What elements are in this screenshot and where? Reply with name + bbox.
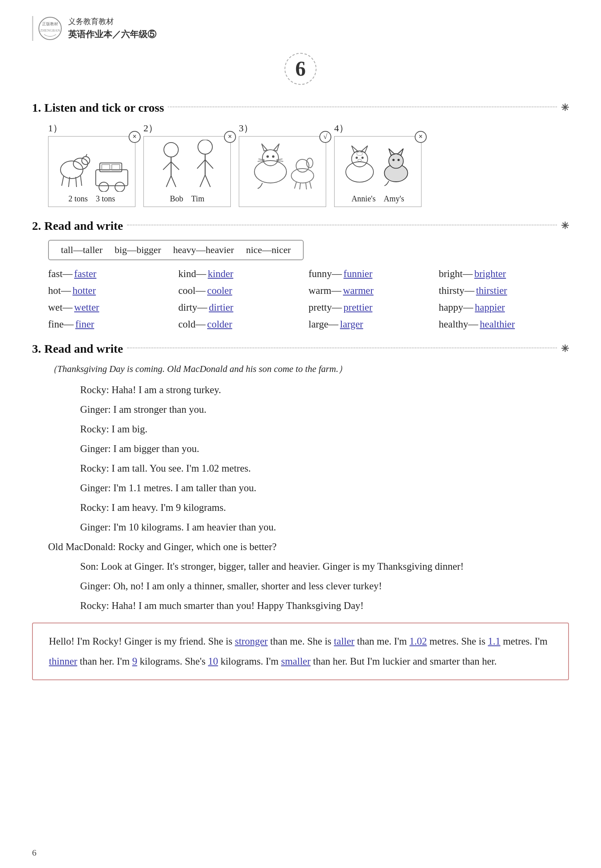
svg-line-43: [300, 183, 300, 189]
word-answer-9: dirtier: [209, 302, 233, 313]
reference-box: tall—taller big—bigger heavy—heavier nic…: [48, 240, 304, 260]
item3-number: 3）: [239, 122, 253, 135]
section1-number: 1.: [32, 101, 41, 115]
dialogue-line-2: Rocky: I am big.: [80, 420, 569, 438]
svg-point-39: [291, 169, 314, 183]
page-number: 6: [284, 53, 317, 85]
svg-line-25: [197, 160, 205, 169]
dialogue-line-8: Old MacDonald: Rocky and Ginger, which o…: [48, 538, 569, 556]
item3-spacer: [282, 194, 284, 203]
fill-answer-4: 1.1: [488, 636, 500, 647]
speech-4: I am tall. You see. I'm 1.02 metres.: [111, 463, 251, 474]
fill-text-4: metres. She is: [427, 636, 488, 647]
item2-label2: Tim: [191, 194, 204, 203]
word-pair-15: healthy— healthier: [439, 319, 561, 330]
speech-2: I am big.: [111, 424, 147, 434]
section3: 3. Read and write ✳ （Thanksgiving Day is…: [32, 342, 569, 680]
svg-line-21: [166, 176, 171, 187]
item1-number: 1）: [48, 122, 63, 135]
item4-image: [338, 140, 418, 192]
svg-line-28: [205, 175, 210, 187]
star-icon3: ✳: [561, 343, 569, 354]
item3-box: √: [239, 136, 326, 207]
word-answer-5: cooler: [207, 285, 232, 296]
section1-title: Listen and tick or cross: [44, 101, 164, 115]
header-line2: 英语作业本／六年级⑤: [68, 28, 156, 41]
section2-number: 2.: [32, 219, 41, 233]
word-base-12: fine—: [48, 319, 74, 330]
word-base-10: pretty—: [309, 302, 342, 313]
word-base-4: hot—: [48, 285, 71, 296]
svg-point-30: [262, 150, 278, 166]
word-pair-4: hot— hotter: [48, 285, 170, 296]
word-pair-3: bright— brighter: [439, 268, 561, 279]
star-icon2: ✳: [561, 220, 569, 231]
svg-rect-16: [112, 165, 120, 170]
item3-mark: √: [319, 131, 331, 143]
item1-label2: 3 tons: [96, 194, 115, 203]
item4-labels: Annie's Amy's: [351, 194, 404, 203]
svg-point-33: [266, 155, 269, 158]
speaker-3: Ginger:: [80, 443, 113, 454]
speaker-6: Rocky:: [80, 502, 111, 513]
item2-mark: ×: [224, 131, 236, 143]
word-answer-13: colder: [207, 319, 232, 330]
word-pair-13: cold— colder: [178, 319, 300, 330]
fill-text-1: Hello! I'm Rocky! Ginger is my friend. S…: [49, 636, 235, 647]
svg-line-37: [276, 159, 282, 160]
item4-box: ×: [334, 136, 422, 207]
word-pair-9: dirty— dirtier: [178, 302, 300, 313]
svg-point-41: [307, 158, 313, 168]
section2-title: Read and write: [44, 219, 123, 233]
fill-text-6: than her. I'm: [77, 656, 132, 667]
ref-pair-2: big—bigger: [115, 245, 161, 255]
dialogue-line-5: Ginger: I'm 1.1 metres. I am taller than…: [80, 479, 569, 497]
listen-item-1: 1） ×: [48, 122, 135, 207]
svg-line-27: [200, 175, 205, 187]
item2-image: [147, 140, 227, 192]
fill-text-7: kilograms. She's: [137, 656, 208, 667]
word-base-14: large—: [309, 319, 339, 330]
word-answer-14: larger: [340, 319, 363, 330]
fill-text-5: metres. I'm: [500, 636, 548, 647]
dot-divider1: [168, 106, 557, 107]
word-base-13: cold—: [178, 319, 206, 330]
section2: 2. Read and write ✳ tall—taller big—bigg…: [32, 219, 569, 330]
item1-labels: 2 tons 3 tons: [69, 194, 115, 203]
fill-answer-7: 10: [208, 656, 218, 667]
svg-point-53: [358, 159, 361, 161]
svg-line-19: [163, 162, 171, 170]
word-pair-14: large— larger: [309, 319, 431, 330]
header: 正版教材 ZHENGBAN 义务教育教材 英语作业本／六年级⑤: [32, 16, 569, 41]
word-pair-7: thirsty— thirstier: [439, 285, 561, 296]
speech-11: Haha! I am much smarter than you! Happy …: [111, 600, 363, 611]
page-number-container: 6: [32, 53, 569, 85]
word-base-15: healthy—: [439, 319, 478, 330]
svg-point-14: [115, 182, 125, 192]
svg-line-42: [294, 182, 296, 189]
speech-9: Look at Ginger. It's stronger, bigger, t…: [101, 561, 464, 572]
word-pair-2: funny— funnier: [309, 268, 431, 279]
fill-text-3: than me. I'm: [355, 636, 409, 647]
speaker-2: Rocky:: [80, 424, 111, 434]
listen-item-2: 2） ×: [143, 122, 231, 207]
word-answer-10: prettier: [343, 302, 372, 313]
section1-heading: 1. Listen and tick or cross ✳: [32, 101, 569, 115]
speech-6: I am heavy. I'm 9 kilograms.: [111, 502, 226, 513]
svg-line-6: [86, 154, 87, 157]
word-answer-15: healthier: [480, 319, 515, 330]
item4-mark: ×: [415, 131, 427, 143]
listen-item-4: 4） ×: [334, 122, 422, 207]
word-answer-4: hotter: [73, 285, 96, 296]
speech-5: I'm 1.1 metres. I am taller than you.: [113, 482, 256, 493]
word-pair-8: wet— wetter: [48, 302, 170, 313]
svg-point-13: [99, 182, 109, 192]
svg-marker-31: [262, 144, 267, 151]
section1: 1. Listen and tick or cross ✳ 1） ×: [32, 101, 569, 207]
bottom-page-number: 6: [32, 848, 36, 858]
section3-number: 3.: [32, 342, 41, 356]
svg-point-46: [346, 162, 373, 182]
word-answer-2: funnier: [343, 268, 372, 279]
item4-label2: Amy's: [383, 194, 404, 203]
word-grid: fast— faster kind— kinder funny— funnier…: [48, 268, 561, 330]
